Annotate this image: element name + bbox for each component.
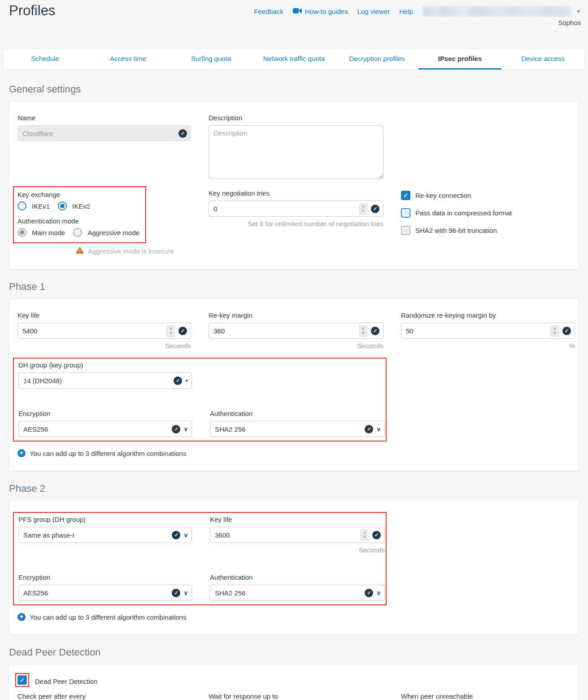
chevron-down-icon: ∨ — [376, 426, 381, 433]
radio-ikev2[interactable]: IKEv2 — [58, 201, 90, 210]
number-stepper[interactable]: ∧∨ — [360, 529, 369, 541]
key-negotiation-input[interactable] — [209, 205, 359, 213]
tab-schedule[interactable]: Schedule — [4, 48, 87, 70]
key-negotiation-hint: Set 0 for unlimited number of negotiatio… — [209, 220, 383, 228]
annotation-box-phase1-algorithms: DH group (key group) 14 (DH2048) ✓ ▾ Enc… — [13, 358, 387, 442]
log-viewer-link[interactable]: Log viewer — [357, 8, 390, 15]
checkbox-sha2-truncation: ✓ SHA2 with 96-bit truncation — [401, 226, 575, 235]
p2-key-life-field[interactable]: ∧∨ ✓ — [210, 527, 385, 543]
checkbox-compressed-label: Pass data in compressed format — [415, 209, 512, 217]
video-camera-icon — [293, 8, 302, 15]
valid-check-badge-icon: ✓ — [172, 425, 180, 433]
p1-rekey-margin-label: Re-key margin — [209, 311, 383, 319]
p2-key-life-unit: Seconds — [210, 546, 385, 554]
p1-dh-group-select[interactable]: 14 (DH2048) ✓ ▾ — [18, 372, 192, 389]
brand-label: Sophos — [558, 19, 581, 26]
stepper-down-icon[interactable]: ∨ — [170, 331, 173, 335]
p1-authentication-select[interactable]: SHA2 256 ✓ ∨ — [210, 421, 385, 437]
key-negotiation-field[interactable]: ∧∨ ✓ — [209, 201, 383, 217]
tab-access-time[interactable]: Access time — [87, 48, 170, 70]
chevron-down-icon: ▼ — [576, 9, 581, 14]
p1-rekey-margin-field[interactable]: ∧∨ ✓ — [209, 323, 383, 339]
stepper-down-icon[interactable]: ∨ — [362, 331, 365, 335]
tab-network-traffic-quota[interactable]: Network traffic quota — [253, 48, 335, 70]
p1-randomize-input[interactable] — [401, 327, 550, 335]
name-field: ✓ — [17, 125, 191, 141]
account-dropdown[interactable]: ▼ — [422, 6, 581, 17]
p1-dh-group-value: 14 (DH2048) — [19, 377, 174, 385]
account-name-redacted — [422, 6, 571, 17]
p1-randomize-label: Randomize re-keying margin by — [401, 311, 575, 319]
p2-key-life-input[interactable] — [210, 531, 360, 539]
p1-randomize-field[interactable]: ∧∨ ✓ — [401, 323, 575, 339]
p1-key-life-input[interactable] — [18, 327, 166, 335]
phase1-card: Key life ∧∨ ✓ Seconds Re-key margin ∧∨ ✓ — [9, 298, 579, 471]
valid-check-badge-icon: ✓ — [365, 589, 373, 597]
number-stepper[interactable]: ∧∨ — [550, 325, 559, 337]
feedback-label: Feedback — [254, 8, 283, 15]
dpd-enable-checkbox[interactable]: ✓ — [17, 675, 27, 685]
radio-selected-disabled-icon — [17, 228, 26, 237]
stepper-down-icon[interactable]: ∨ — [362, 209, 365, 213]
valid-check-badge-icon: ✓ — [562, 327, 571, 335]
checkbox-unchecked-icon: ✓ — [401, 208, 410, 218]
p1-rekey-margin-input[interactable] — [209, 327, 359, 335]
number-stepper[interactable]: ∧∨ — [359, 325, 368, 337]
checkbox-disabled-icon: ✓ — [401, 226, 410, 235]
caret-down-icon: ▾ — [185, 378, 188, 384]
annotation-box-phase2-algorithms: PFS group (DH group) Same as phase-I ✓ ∨… — [13, 512, 387, 605]
p2-authentication-label: Authentication — [210, 573, 385, 581]
checkbox-rekey-connection[interactable]: ✓ Re-key connection — [401, 191, 575, 200]
p2-encryption-value: AES256 — [19, 589, 172, 597]
tab-ipsec-profiles[interactable]: IPsec profiles — [418, 48, 501, 70]
dpd-wait-label: Wait for response up to — [209, 692, 383, 700]
number-stepper[interactable]: ∧∨ — [359, 203, 368, 215]
p2-encryption-select[interactable]: AES256 ✓ ∨ — [18, 585, 192, 601]
phase1-heading: Phase 1 — [9, 281, 579, 293]
dpd-heading: Dead Peer Detection — [9, 647, 579, 658]
tab-surfing-quota[interactable]: Surfing quota — [170, 48, 253, 70]
number-stepper[interactable]: ∧∨ — [166, 325, 175, 337]
valid-check-badge-icon: ✓ — [365, 425, 373, 433]
p2-pfs-group-select[interactable]: Same as phase-I ✓ ∨ — [18, 527, 192, 543]
radio-ikev1[interactable]: IKEv1 — [17, 201, 50, 210]
top-navigation: Feedback How-to guides Log viewer Help ▼ — [254, 6, 581, 17]
annotation-box-dpd-checkbox: ✓ — [15, 673, 29, 687]
feedback-link[interactable]: Feedback — [254, 8, 283, 15]
help-label: Help — [399, 8, 413, 15]
key-exchange-label: Key exchange — [17, 191, 140, 198]
tab-bar: Schedule Access time Surfing quota Netwo… — [3, 48, 585, 70]
p1-encryption-select[interactable]: AES256 ✓ ∨ — [18, 421, 192, 437]
radio-main-mode-label: Main mode — [32, 229, 65, 236]
tab-device-access[interactable]: Device access — [501, 48, 584, 70]
p2-authentication-value: SHA2 256 — [210, 589, 365, 597]
checkbox-compressed-format[interactable]: ✓ Pass data in compressed format — [401, 208, 575, 218]
description-label: Description — [209, 114, 383, 122]
description-textarea[interactable] — [209, 125, 383, 179]
annotation-box-key-exchange: Key exchange IKEv1 IKEv2 Authentication … — [13, 186, 146, 243]
valid-check-badge-icon: ✓ — [371, 205, 379, 213]
add-combination-icon[interactable]: + — [17, 613, 26, 621]
radio-disabled-icon — [73, 228, 82, 237]
p1-encryption-value: AES256 — [19, 425, 172, 433]
p1-key-life-field[interactable]: ∧∨ ✓ — [17, 323, 191, 339]
p1-key-life-unit: Seconds — [17, 342, 191, 350]
p1-encryption-label: Encryption — [18, 410, 192, 417]
valid-check-badge-icon: ✓ — [179, 129, 187, 138]
valid-check-badge-icon: ✓ — [371, 327, 379, 335]
help-link[interactable]: Help — [399, 8, 413, 15]
warning-triangle-icon — [76, 247, 84, 255]
stepper-down-icon[interactable]: ∨ — [363, 535, 366, 539]
chevron-down-icon: ∨ — [183, 590, 188, 596]
add-combination-icon[interactable]: + — [17, 449, 26, 457]
name-input — [18, 130, 179, 137]
tab-decryption-profiles[interactable]: Decryption profiles — [335, 48, 418, 70]
page-title: Profiles — [9, 3, 55, 19]
howto-guides-link[interactable]: How-to guides — [293, 8, 348, 15]
checkbox-rekey-label: Re-key connection — [415, 192, 471, 199]
p2-authentication-select[interactable]: SHA2 256 ✓ ∨ — [210, 585, 385, 601]
radio-icon — [17, 201, 26, 210]
stepper-down-icon[interactable]: ∨ — [553, 331, 557, 335]
valid-check-badge-icon: ✓ — [172, 589, 180, 597]
valid-check-badge-icon: ✓ — [174, 376, 182, 385]
